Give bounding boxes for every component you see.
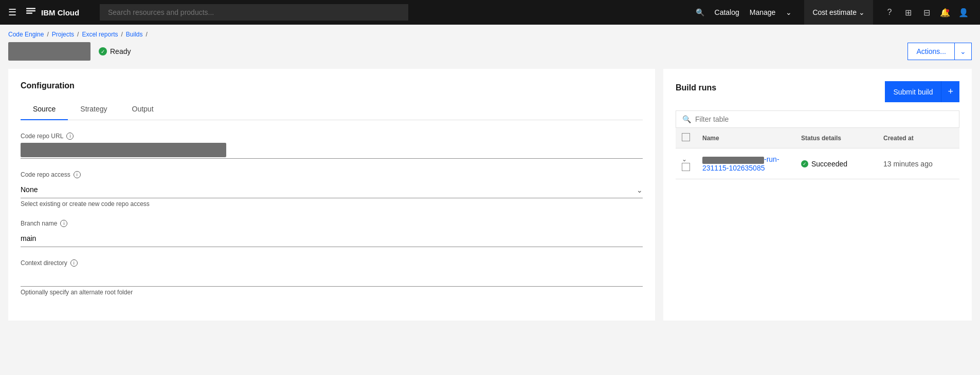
table-header: Name Status details Created at — [676, 128, 959, 148]
row-checkbox[interactable] — [682, 163, 690, 171]
manage-chevron-icon: ⌄ — [782, 8, 796, 16]
status-badge: Ready — [99, 47, 131, 55]
catalog-link[interactable]: Catalog — [711, 8, 743, 16]
breadcrumb-sep-3: / — [121, 31, 122, 38]
branch-name-input[interactable] — [21, 230, 643, 247]
page-title-redacted — [8, 42, 90, 61]
table-body: ⌄ -run-231115-102635085 Succeeded 13 min… — [676, 148, 959, 179]
search-input[interactable] — [100, 4, 408, 21]
code-repo-url-redacted — [21, 143, 226, 157]
hamburger-icon[interactable]: ☰ — [8, 7, 16, 18]
filter-row: 🔍 — [676, 110, 959, 128]
notification-dot — [946, 9, 949, 12]
notification-wrapper: 🔔 — [937, 4, 953, 21]
select-all-checkbox[interactable] — [682, 133, 690, 141]
breadcrumb-builds[interactable]: Builds — [126, 31, 143, 38]
breadcrumb-sep-2: / — [77, 31, 79, 38]
context-directory-hint: Optionally specify an alternate root fol… — [21, 289, 643, 296]
table-header-row: Name Status details Created at — [676, 128, 959, 148]
cost-estimate-button[interactable]: Cost estimate ⌄ — [804, 0, 873, 25]
manage-menu[interactable]: Manage ⌄ — [746, 8, 796, 16]
notification-icon[interactable]: 🔔 — [937, 4, 953, 21]
succeeded-label: Succeeded — [811, 160, 847, 168]
branch-name-group: Branch name i — [21, 220, 643, 247]
succeeded-badge: Succeeded — [801, 160, 871, 168]
nav-links: 🔍 Catalog Manage ⌄ — [692, 8, 796, 16]
row-expand-cell: ⌄ — [676, 148, 696, 179]
actions-label[interactable]: Actions... — [908, 43, 955, 60]
breadcrumb-sep-4: / — [146, 31, 148, 38]
th-created: Created at — [877, 128, 959, 148]
search-icon[interactable]: 🔍 — [692, 8, 709, 16]
builds-header: Build runs Submit build + — [676, 81, 959, 102]
configuration-panel: Configuration Source Strategy Output Cod… — [8, 69, 655, 321]
breadcrumb-projects[interactable]: Projects — [52, 31, 74, 38]
tab-source[interactable]: Source — [21, 99, 68, 120]
actions-button[interactable]: Actions... ⌄ — [908, 43, 972, 60]
submit-build-button[interactable]: Submit build + — [885, 81, 959, 102]
ibm-cloud-icon — [25, 6, 37, 20]
status-label: Ready — [110, 47, 131, 55]
row-name-cell: -run-231115-102635085 — [696, 148, 795, 179]
th-status: Status details — [795, 128, 877, 148]
expand-row-button[interactable]: ⌄ — [682, 156, 687, 163]
context-directory-group: Context directory i Optionally specify a… — [21, 259, 643, 296]
code-repo-url-label: Code repo URL i — [21, 133, 643, 140]
context-directory-label: Context directory i — [21, 259, 643, 267]
breadcrumb-excel-reports[interactable]: Excel reports — [82, 31, 118, 38]
dashboard-icon[interactable]: ⊞ — [900, 4, 916, 21]
submit-build-label[interactable]: Submit build — [885, 83, 941, 101]
cost-chevron-icon: ⌄ — [859, 8, 865, 16]
build-name-redacted — [702, 157, 764, 164]
svg-rect-2 — [26, 12, 32, 13]
svg-rect-1 — [26, 10, 35, 11]
succeeded-icon — [801, 160, 808, 167]
status-ready-icon — [99, 47, 107, 55]
help-icon[interactable]: ? — [881, 4, 898, 21]
page-header-left: Ready — [8, 42, 131, 61]
builds-title: Build runs — [676, 83, 716, 92]
tab-output[interactable]: Output — [120, 99, 166, 120]
created-at-text: 13 minutes ago — [883, 160, 933, 168]
code-repo-access-label: Code repo access i — [21, 171, 643, 178]
tab-strategy[interactable]: Strategy — [68, 99, 119, 120]
code-repo-access-select-wrapper: None ⌄ — [21, 181, 643, 198]
breadcrumb-sep-1: / — [47, 31, 48, 38]
code-repo-url-group: Code repo URL i — [21, 133, 643, 159]
brand-name: IBM Cloud — [41, 8, 79, 17]
main-content: Configuration Source Strategy Output Cod… — [0, 69, 980, 329]
page-header: Ready Actions... ⌄ — [0, 38, 980, 69]
build-runs-panel: Build runs Submit build + 🔍 Name Status … — [663, 69, 972, 321]
topnav-right-icons: ? ⊞ ⊟ 🔔 👤 — [881, 4, 972, 21]
actions-chevron-icon[interactable]: ⌄ — [955, 43, 971, 60]
filter-input[interactable] — [695, 115, 953, 123]
code-repo-access-hint: Select existing or create new code repo … — [21, 200, 643, 208]
svg-rect-0 — [26, 8, 35, 9]
config-tabs: Source Strategy Output — [21, 99, 643, 120]
context-directory-info-icon[interactable]: i — [70, 259, 78, 267]
th-select-all — [676, 128, 696, 148]
code-repo-access-group: Code repo access i None ⌄ Select existin… — [21, 171, 643, 208]
table-row: ⌄ -run-231115-102635085 Succeeded 13 min… — [676, 148, 959, 179]
code-repo-url-info-icon[interactable]: i — [66, 133, 74, 140]
th-name: Name — [696, 128, 795, 148]
search2-icon[interactable]: ⊟ — [918, 4, 935, 21]
filter-search-icon: 🔍 — [682, 115, 691, 123]
breadcrumb: Code Engine / Projects / Excel reports /… — [0, 25, 980, 38]
submit-build-plus-icon[interactable]: + — [941, 81, 959, 102]
branch-name-info-icon[interactable]: i — [60, 220, 67, 227]
user-avatar-icon[interactable]: 👤 — [955, 4, 972, 21]
build-runs-table: Name Status details Created at ⌄ -run-23… — [676, 128, 959, 179]
code-repo-access-select[interactable]: None — [21, 181, 643, 198]
branch-name-label: Branch name i — [21, 220, 643, 227]
code-repo-access-info-icon[interactable]: i — [74, 171, 81, 178]
breadcrumb-code-engine[interactable]: Code Engine — [8, 31, 44, 38]
row-created-cell: 13 minutes ago — [877, 148, 959, 179]
brand-logo: IBM Cloud — [25, 6, 92, 20]
topnav: ☰ IBM Cloud 🔍 Catalog Manage ⌄ Cost esti… — [0, 0, 980, 25]
row-status-cell: Succeeded — [795, 148, 877, 179]
search-container — [100, 4, 408, 21]
context-directory-input[interactable] — [21, 270, 643, 287]
config-title: Configuration — [21, 81, 643, 90]
